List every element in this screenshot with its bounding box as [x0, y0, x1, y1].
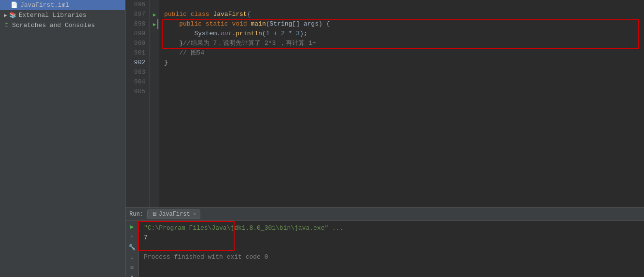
output-line-result: 7	[144, 233, 639, 242]
run-content: ▶ ↑ 🔧 ↓ ≡ ⇊ "C:\Program Files\Java\jdk1.…	[126, 221, 644, 277]
gutter-896	[150, 0, 159, 10]
scroll-bottom-btn[interactable]: ⇊	[127, 274, 137, 277]
output-cmd-text: "C:\Program Files\Java\jdk1.8.0_301\bin\…	[144, 224, 343, 232]
scroll-down-btn[interactable]: ↓	[127, 254, 137, 261]
run-tab-close[interactable]: ×	[193, 211, 196, 217]
line-number-902: 902	[126, 58, 145, 68]
code-line-904	[164, 77, 644, 87]
sidebar-item-scratches[interactable]: 🗒 Scratches and Consoles	[0, 20, 125, 30]
tab-run-icon: 🖥	[152, 211, 157, 217]
format-btn[interactable]: ≡	[127, 264, 137, 271]
code-line-900: }//结果为 7，说明先计算了 2*3 ，再计算 1+	[164, 39, 644, 48]
line-numbers: 896 897 898 899 900 901 902 903 904 905	[126, 0, 150, 207]
sidebar-item-scratches-label: Scratches and Consoles	[12, 22, 95, 29]
sidebar-item-label: JavaFirst.iml	[20, 1, 69, 9]
output-line-process: Process finished with exit code 0	[144, 252, 639, 262]
main-area: 896 897 898 899 900 901 902 903 904 905 …	[126, 0, 644, 277]
code-line-903	[164, 68, 644, 77]
scratch-icon: 🗒	[4, 22, 10, 29]
line-number-903: 903	[126, 68, 145, 77]
gutter-900	[150, 39, 159, 48]
output-process-text: Process finished with exit code 0	[144, 253, 268, 261]
run-btn[interactable]: ▶	[127, 223, 137, 231]
gutter-901	[150, 48, 159, 58]
bottom-panel: Run: 🖥 JavaFirst × ▶ ↑ 🔧 ↓ ≡ ⇊	[126, 207, 644, 277]
code-line-901: // 图54	[164, 48, 644, 58]
code-line-898: public static void main(String[] args) {	[164, 19, 644, 29]
sidebar-item-label: External Libraries	[19, 12, 86, 19]
gutter-902	[150, 58, 159, 68]
output-line-empty	[144, 242, 639, 252]
run-toolbar: ▶ ↑ 🔧 ↓ ≡ ⇊	[126, 221, 139, 277]
gutter-903	[150, 68, 159, 77]
file-icon: 📄	[11, 1, 18, 9]
editor-area: 896 897 898 899 900 901 902 903 904 905 …	[126, 0, 644, 207]
line-number-900: 900	[126, 39, 145, 48]
line-number-905: 905	[126, 87, 145, 97]
scroll-up-btn[interactable]: ↑	[127, 234, 137, 241]
line-number-901: 901	[126, 48, 145, 58]
gutter-898[interactable]: ▶	[150, 19, 159, 29]
run-tab-label: JavaFirst	[159, 211, 190, 218]
code-line-902: }	[164, 58, 644, 68]
gutter-905	[150, 87, 159, 97]
line-number-904: 904	[126, 77, 145, 87]
wrench-btn[interactable]: 🔧	[127, 244, 137, 251]
line-number-898: 898	[126, 19, 145, 29]
gutter: ▶ ▶	[150, 0, 159, 207]
libraries-icon: 📚	[9, 12, 16, 19]
code-line-897: public class JavaFirst{	[164, 10, 644, 19]
code-line-905	[164, 87, 644, 97]
sidebar-item-external-libraries[interactable]: ▶ 📚 External Libraries	[0, 10, 125, 20]
line-number-897: 897	[126, 10, 145, 19]
code-content[interactable]: public class JavaFirst{ public static vo…	[159, 0, 644, 207]
run-tab-bar: Run: 🖥 JavaFirst ×	[126, 208, 644, 221]
run-output: "C:\Program Files\Java\jdk1.8.0_301\bin\…	[139, 221, 644, 277]
line-number-899: 899	[126, 29, 145, 39]
sidebar: 📄 JavaFirst.iml ▶ 📚 External Libraries 🗒…	[0, 0, 126, 277]
sidebar-item-java-first-iml[interactable]: 📄 JavaFirst.iml	[0, 0, 125, 10]
gutter-904	[150, 77, 159, 87]
code-line-899: System.out.println(1 + 2 * 3);	[164, 29, 644, 39]
gutter-899	[150, 29, 159, 39]
output-line-cmd: "C:\Program Files\Java\jdk1.8.0_301\bin\…	[144, 223, 639, 233]
run-tab-java-first[interactable]: 🖥 JavaFirst ×	[147, 209, 200, 219]
code-line-896	[164, 0, 644, 10]
line-number-896: 896	[126, 0, 145, 10]
run-label: Run:	[129, 211, 143, 218]
output-result-text: 7	[144, 234, 148, 241]
arrow-icon: ▶	[4, 12, 7, 18]
gutter-897[interactable]: ▶	[150, 10, 159, 19]
